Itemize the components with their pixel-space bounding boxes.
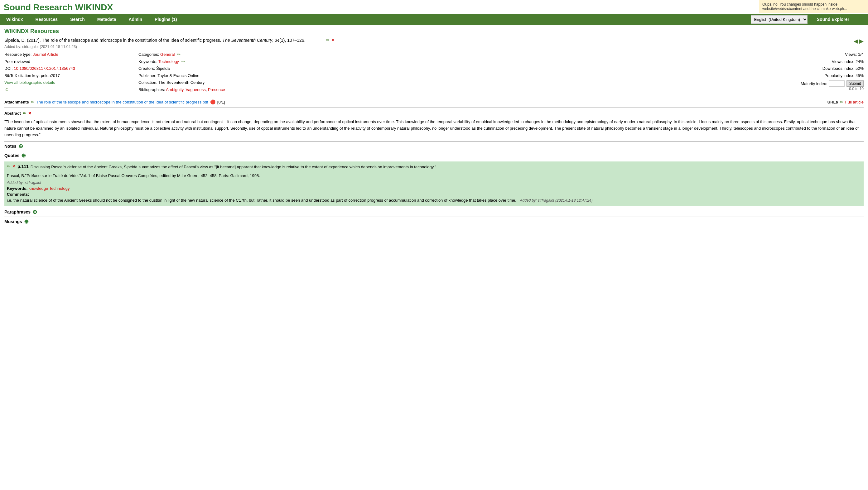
site-header: Sound Research WIKINDX (0, 0, 868, 14)
abstract-section: Abstract ✏ ✕ "The invention of optical i… (4, 110, 864, 141)
help-icon[interactable]: ? (859, 16, 865, 23)
quote-keywords-label: Keywords: (7, 186, 27, 191)
maturity-input[interactable] (829, 80, 845, 87)
publisher-row: Publisher: Taylor & Francis Online (138, 73, 789, 79)
keywords-label: Keywords: (138, 59, 157, 64)
musings-add-icon[interactable]: ⊕ (24, 218, 29, 225)
keywords-edit-icon[interactable]: ✏ (182, 59, 185, 64)
pdf-icon: 🔴 (210, 99, 215, 104)
printer-icon[interactable]: 🖨 (4, 87, 8, 92)
abstract-edit-icon[interactable]: ✏ (23, 111, 26, 116)
musings-label: Musings (4, 219, 22, 224)
categories-value[interactable]: General (160, 52, 175, 57)
attachment-file-info: [0/1] (217, 100, 225, 104)
resource-type-row: Resource type: Journal Article (4, 52, 138, 58)
paraphrases-label: Paraphrases (4, 209, 31, 215)
quote-text: Discussing Pascal's defense of the Ancie… (31, 164, 436, 170)
resource-title-text: Šipelda, D. (2017). The role of the tele… (4, 38, 306, 43)
quote-edit-icon[interactable]: ✏ (7, 164, 10, 169)
peer-reviewed-text: Peer reviewed (4, 59, 30, 64)
bibliographies-row: Bibliographies: Ambiguity, Vagueness, Pr… (138, 87, 789, 93)
views-text: Views: 1/4 (845, 52, 864, 57)
nav-metadata[interactable]: Metadata (91, 14, 123, 25)
nav-prev-icon[interactable]: ◀ (854, 38, 858, 44)
page-heading: WIKINDX Resources (4, 28, 864, 35)
resource-delete-icon[interactable]: ✕ (332, 38, 335, 42)
collection-row: Collection: The Seventeenth Century (138, 79, 789, 86)
notes-add-icon[interactable]: ⊕ (19, 143, 23, 150)
quote-delete-icon[interactable]: ✕ (12, 164, 16, 169)
bib-presence[interactable]: Presence (208, 87, 225, 92)
urls-row: URLs ✏ Full article (828, 100, 864, 104)
musings-section-header: Musings ⊕ (4, 217, 864, 226)
notes-label: Notes (4, 144, 17, 149)
notification-text: Oups, no. You changes should happen insi… (762, 2, 847, 11)
details-grid: Resource type: Journal Article Peer revi… (4, 52, 864, 94)
language-select[interactable]: English (United Kingdom) (751, 15, 807, 24)
resource-type-link[interactable]: Journal Article (33, 52, 58, 57)
details-right: Views: 1/4 Views index: 24% Downloads in… (789, 52, 864, 94)
printer-icon-row: 🖨 (4, 87, 138, 93)
view-bib-row: View all bibliographic details (4, 79, 138, 86)
nav-wikindx[interactable]: Wikindx (0, 14, 29, 25)
details-center: Categories: General ✏ Keywords: Technolo… (138, 52, 789, 94)
publisher-value: Taylor & Francis Online (157, 73, 199, 78)
attachments-edit-icon[interactable]: ✏ (31, 100, 34, 104)
views-index-text: Views index: 24% (832, 59, 864, 64)
quote-comment-text: i.e. the natural science of of the Ancie… (7, 197, 861, 203)
divider-2 (4, 107, 864, 108)
quote-added-meta: Added by: sirfragalot (7, 181, 41, 185)
details-left: Resource type: Journal Article Peer revi… (4, 52, 138, 94)
maturity-range: 0.0 to 10 (789, 87, 864, 91)
quotes-section: Quotes ⊕ ✏ ✕ p.111 Discussing Pascal's d… (4, 151, 864, 206)
keywords-row: Keywords: Technology ✏ (138, 59, 789, 65)
creators-value: Šipelda (156, 66, 169, 71)
added-by: Added by: sirfragalot (2021-01-18 11:04:… (4, 44, 864, 49)
full-article-link[interactable]: Full article (845, 100, 864, 104)
doi-link[interactable]: 10.1080/0268117X.2017.1356743 (14, 66, 75, 71)
site-title: Sound Research WIKINDX (4, 2, 113, 12)
paraphrases-add-icon[interactable]: ⊕ (32, 208, 37, 216)
categories-edit-icon[interactable]: ✏ (177, 52, 181, 57)
bib-vagueness[interactable]: Vagueness (186, 87, 206, 92)
maturity-row: Maturity index: Submit (789, 80, 864, 87)
quotes-label: Quotes (4, 153, 19, 158)
nav-resources[interactable]: Resources (29, 14, 64, 25)
navbar-right: English (United Kingdom) Sound Explorer … (751, 14, 868, 25)
views-index-row: Views index: 24% (789, 59, 864, 65)
keyword-knowledge[interactable]: knowledge (29, 186, 48, 191)
collection-value: The Seventeenth Century (158, 80, 205, 85)
quote-keywords-row: Keywords: knowledge Technology (7, 186, 861, 191)
quotes-add-icon[interactable]: ⊕ (21, 152, 26, 159)
publisher-label: Publisher: (138, 73, 156, 78)
abstract-body: "The invention of optical instruments sh… (4, 117, 864, 141)
abstract-label: Abstract (4, 111, 21, 116)
quote-comment-content: i.e. the natural science of of the Ancie… (7, 198, 516, 203)
nav-admin[interactable]: Admin (123, 14, 149, 25)
view-bib-link[interactable]: View all bibliographic details (4, 80, 55, 85)
resource-edit-icon[interactable]: ✏ (326, 38, 330, 42)
doi-label: DOI: (4, 66, 13, 71)
bib-ambiguity[interactable]: Ambiguity (166, 87, 183, 92)
keyword-technology[interactable]: Technology (49, 186, 70, 191)
nav-plugins[interactable]: Plugins (1) (148, 14, 183, 25)
paraphrases-section-header: Paraphrases ⊕ (4, 207, 864, 217)
attachments-row: Attachments ✏ The role of the telescope … (4, 98, 864, 106)
abstract-delete-icon[interactable]: ✕ (28, 111, 31, 116)
creators-row: Creators: Šipelda (138, 65, 789, 72)
keywords-value[interactable]: Technology (158, 59, 179, 64)
urls-label: URLs (828, 100, 838, 104)
nav-arrows: ◀ ▶ (854, 38, 864, 44)
categories-label: Categories: (138, 52, 159, 57)
resource-title-row: Šipelda, D. (2017). The role of the tele… (4, 38, 864, 44)
sound-explorer-link[interactable]: Sound Explorer (811, 14, 856, 25)
page-content: WIKINDX Resources ◀ ▶ Šipelda, D. (2017)… (0, 25, 868, 229)
nav-next-icon[interactable]: ▶ (859, 38, 864, 44)
maturity-submit-button[interactable]: Submit (846, 80, 864, 87)
quote-reference: Pascal, B."Préface sur le Traité du Vide… (7, 172, 861, 179)
nav-search[interactable]: Search (64, 14, 91, 25)
attachment-file-link[interactable]: The role of the telescope and microscope… (36, 100, 208, 104)
quote-comments-label: Comments: (7, 192, 29, 197)
urls-edit-icon[interactable]: ✏ (840, 100, 843, 104)
categories-row: Categories: General ✏ (138, 52, 789, 58)
